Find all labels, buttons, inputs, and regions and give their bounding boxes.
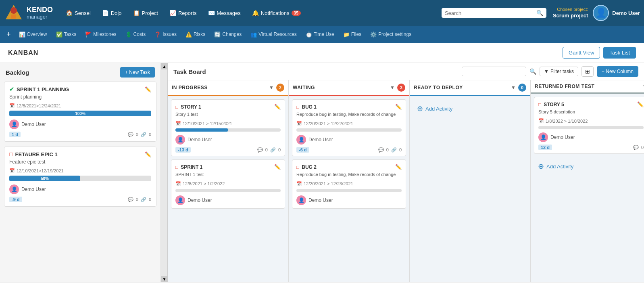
scroll-down-btn[interactable]: ▼ <box>161 276 168 282</box>
progress-bar-s1: 100% <box>9 111 151 116</box>
feature-epic1-title: FETAURE EPIC 1 <box>15 151 57 157</box>
snav-costs-label: Costs <box>133 31 146 37</box>
snav-project-settings[interactable]: ⚙️ Project settings <box>366 29 415 40</box>
nav-project-label: Project <box>142 10 158 16</box>
user-info-sprint1-board: 👤 Demo User <box>175 195 212 205</box>
snav-issues-label: Issues <box>163 31 177 37</box>
task-list-button[interactable]: Task List <box>603 47 636 59</box>
task-card-sprint1-board: □ SPRINT 1 ✏️ SPRINT 1 test 📅 12/8/2021 … <box>171 159 285 208</box>
comment-icon-e1: 💬 <box>128 197 133 202</box>
col-cards-in-progress: □ STORY 1 ✏️ Story 1 test 📅 12/10/2021 >… <box>168 96 288 282</box>
cal-icon-sprint1-board: 📅 <box>175 181 181 187</box>
user-bug2: Demo User <box>308 197 333 203</box>
new-column-button[interactable]: + New Column <box>597 66 638 77</box>
snav-time-use[interactable]: ⏱️ Time Use <box>302 29 338 40</box>
progress-bg-bug1 <box>296 128 402 132</box>
edit-icon-bug2[interactable]: ✏️ <box>395 164 402 170</box>
nav-reports[interactable]: 📈 Reports <box>165 7 202 19</box>
col-chevron-in-progress[interactable]: ▼ <box>269 85 274 90</box>
filter-tasks-button[interactable]: ▼ Filter tasks <box>540 67 578 76</box>
add-activity-rft[interactable]: ⊕ Add Activity <box>534 157 644 176</box>
snav-issues[interactable]: ❓ Issues <box>150 29 181 40</box>
sprint1-planning-title: SPRINT 1 PLANNING <box>17 86 69 92</box>
calendar-icon-e1: 📅 <box>9 168 15 173</box>
task-search-input[interactable] <box>462 67 526 76</box>
edit-icon-sprint1-board[interactable]: ✏️ <box>274 164 281 170</box>
snav-overview[interactable]: 📊 Overview <box>15 29 51 40</box>
nav-dojo[interactable]: 📄 Dojo <box>97 7 127 19</box>
col-chevron-waiting[interactable]: ▼ <box>390 85 395 90</box>
grid-view-button[interactable]: ⊞ <box>581 66 594 77</box>
snav-virtual-resources[interactable]: 👥 Virtual Resources <box>246 29 301 40</box>
task-search-button[interactable]: 🔍 <box>529 68 536 75</box>
story5-title: STORY 5 <box>544 102 564 107</box>
filter-label: Filter tasks <box>550 69 574 74</box>
check-icon: ✔ <box>9 86 14 92</box>
sprint1-board-title: SPRINT 1 <box>181 164 202 170</box>
add-button[interactable]: + <box>3 29 14 40</box>
scroll-up-btn[interactable]: ▲ <box>161 63 168 69</box>
costs-icon: 💲 <box>125 31 132 38</box>
search-input[interactable] <box>445 10 536 16</box>
edit-icon-sprint1[interactable]: ✏️ <box>145 86 151 92</box>
search-button[interactable]: 🔍 <box>536 10 543 16</box>
snav-files[interactable]: 📁 Files <box>339 29 365 40</box>
bug2-type-icon: □ <box>296 164 299 170</box>
add-activity-rtd[interactable]: ⊕ Add Activity <box>413 99 527 118</box>
col-title-waiting: WAITING <box>293 85 388 90</box>
col-returned-from-test: RETURNED FROM TEST ▼ □ STORY 5 ✏️ St <box>531 80 644 282</box>
user-info-bug1: 👤 Demo User <box>296 135 333 145</box>
nav-notifications[interactable]: 🔔 Notifications 35 <box>247 7 306 19</box>
edit-icon-epic1[interactable]: ✏️ <box>145 151 151 157</box>
edit-icon-story1[interactable]: ✏️ <box>274 104 281 110</box>
nav-project[interactable]: 📋 Project <box>128 7 163 19</box>
snav-milestones[interactable]: 🚩 Milestones <box>81 29 120 40</box>
snav-changes[interactable]: 🔄 Changes <box>210 29 246 40</box>
nav-messages-label: Messages <box>217 10 241 16</box>
edit-icon-story5[interactable]: ✏️ <box>637 101 644 107</box>
comment-icon-s1: 💬 <box>128 132 133 137</box>
col-header-waiting: WAITING ▼ 3 <box>289 80 409 96</box>
backlog-scrollbar[interactable]: ▲ ▼ <box>161 63 168 282</box>
comment-icon-bug1: 💬 <box>378 147 384 153</box>
user-info-s1: 👤 Demo User <box>9 119 46 129</box>
col-chevron-rtd[interactable]: ▼ <box>511 85 516 90</box>
nav-notifications-label: Notifications <box>261 10 290 16</box>
plus-icon-rft: ⊕ <box>538 162 544 171</box>
duration-bug1: -6 d <box>296 147 309 153</box>
progress-label-e1: 50% <box>41 176 49 181</box>
user-avatar-e1: 👤 <box>9 184 19 194</box>
snav-tasks[interactable]: ✅ Tasks <box>52 29 81 40</box>
sprint1-desc: Sprint planning <box>9 94 151 100</box>
snav-risks[interactable]: ⚠️ Risks <box>181 29 209 40</box>
avatar-bug1: 👤 <box>296 135 306 145</box>
nav-messages[interactable]: ✉️ Messages <box>203 7 246 19</box>
search-area: 🔍 <box>442 8 546 18</box>
backlog-scroll[interactable]: ✔ SPRINT 1 PLANNING ✏️ Sprint planning 📅… <box>0 82 160 282</box>
snav-ps-label: Project settings <box>378 31 411 37</box>
bug1-meta: -6 d 💬 0 🔗 0 <box>296 147 402 153</box>
user-info-story5: 👤 Demo User <box>538 132 575 142</box>
bug1-date: 📅 12/20/2021 > 12/22/2021 <box>296 121 402 126</box>
bug2-footer: 👤 Demo User <box>296 195 402 205</box>
col-title-in-progress: IN PROGRESS <box>172 85 267 90</box>
story5-desc: Story 5 description <box>538 109 644 115</box>
plus-icon-rtd: ⊕ <box>417 104 423 113</box>
nav-sensei[interactable]: 🏠 Sensei <box>61 7 96 19</box>
story1-title: STORY 1 <box>181 104 201 110</box>
user-avatar[interactable]: 👤 <box>593 5 609 21</box>
gantt-view-button[interactable]: Gantt View <box>563 47 600 59</box>
bug1-type-icon: □ <box>296 104 299 110</box>
kanban-actions: Gantt View Task List <box>563 47 636 59</box>
new-task-button[interactable]: + New Task <box>120 67 155 78</box>
avatar-sprint1-board: 👤 <box>175 195 185 205</box>
snav-costs[interactable]: 💲 Costs <box>121 29 150 40</box>
edit-icon-bug1[interactable]: ✏️ <box>395 104 402 110</box>
col-chevron-rft[interactable]: ▼ <box>642 84 644 89</box>
bug2-date: 📅 12/20/2021 > 12/23/2021 <box>296 181 402 187</box>
link-icon-s1: 🔗 <box>141 132 146 137</box>
backlog-panel: Backlog + New Task ✔ SPRINT 1 PLANNING ✏… <box>0 63 161 282</box>
epic1-date: 📅 12/10/2021>12/19/2021 <box>9 168 151 173</box>
progress-bar-e1: 50% <box>9 176 151 181</box>
logo[interactable]: KENDO manager <box>4 3 53 23</box>
